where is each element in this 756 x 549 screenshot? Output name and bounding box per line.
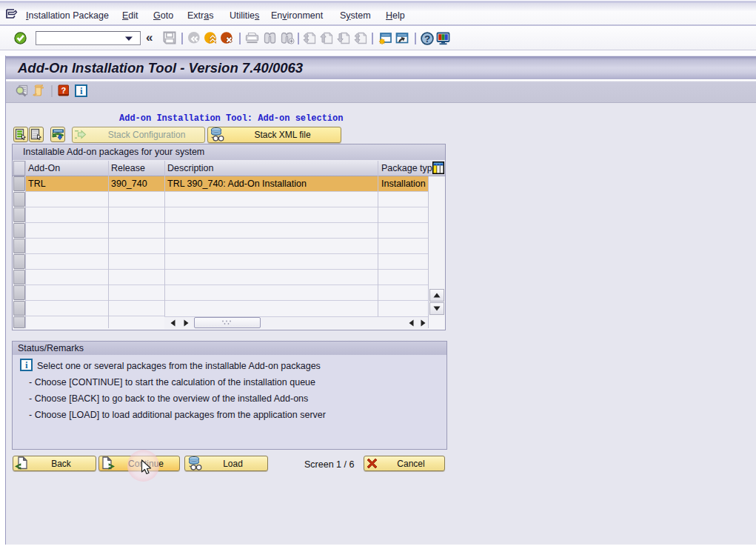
svg-text:?: ?	[424, 33, 430, 44]
svg-text:i: i	[80, 85, 83, 96]
svg-text:i: i	[25, 359, 28, 370]
svg-text:?: ?	[61, 86, 66, 95]
